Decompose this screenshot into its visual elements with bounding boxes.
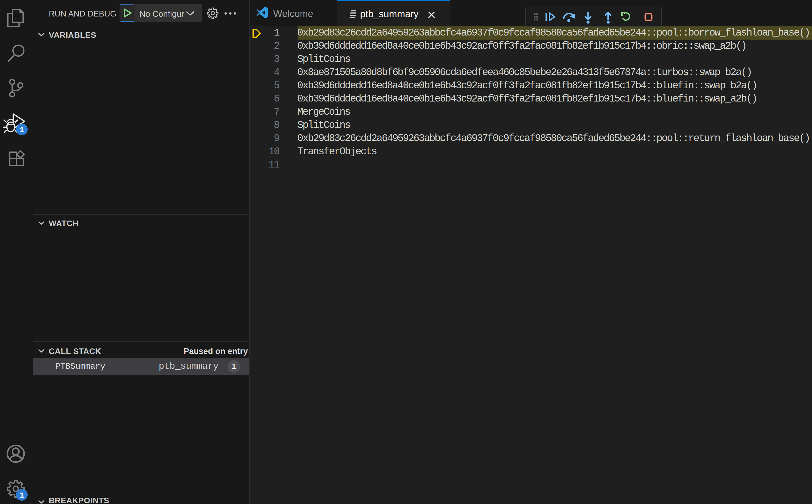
svg-text:1: 1 <box>20 491 24 499</box>
svg-text:1: 1 <box>20 125 24 134</box>
